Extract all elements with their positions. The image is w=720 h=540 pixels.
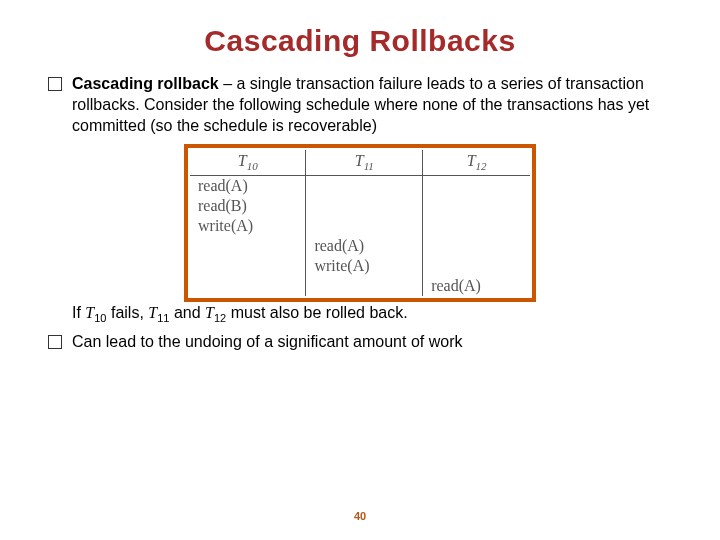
bullet-1-text: Cascading rollback – a single transactio… [72, 74, 680, 136]
table-row: write(A) [190, 256, 530, 276]
col-header-t12: T12 [423, 150, 530, 175]
page-number: 40 [0, 510, 720, 522]
cell [306, 276, 423, 296]
table-row: read(A) [190, 236, 530, 256]
table-row: read(A) [190, 276, 530, 296]
table-row: read(B) [190, 196, 530, 216]
cell [423, 196, 530, 216]
page-title: Cascading Rollbacks [40, 24, 680, 58]
followup-line: If T10 fails, T11 and T12 must also be r… [72, 304, 680, 324]
bullet-item-2: Can lead to the undoing of a significant… [48, 332, 680, 353]
cell [423, 256, 530, 276]
table-row: read(A) [190, 175, 530, 196]
slide: Cascading Rollbacks Cascading rollback –… [0, 0, 720, 540]
cell [306, 175, 423, 196]
bullet-2-text: Can lead to the undoing of a significant… [72, 332, 680, 353]
cell [190, 256, 306, 276]
cell: write(A) [306, 256, 423, 276]
cell [423, 216, 530, 236]
table-row: write(A) [190, 216, 530, 236]
cell: read(A) [306, 236, 423, 256]
table-header-row: T10 T11 T12 [190, 150, 530, 175]
cell [423, 175, 530, 196]
cell: write(A) [190, 216, 306, 236]
cell: read(A) [190, 175, 306, 196]
checkbox-icon [48, 77, 62, 91]
schedule-table: T10 T11 T12 read(A) read(B) write(A) rea… [190, 150, 530, 295]
cell: read(A) [423, 276, 530, 296]
cell [306, 216, 423, 236]
cell [423, 236, 530, 256]
cell [190, 236, 306, 256]
cell [190, 276, 306, 296]
bullet-1-bold: Cascading rollback [72, 75, 219, 92]
schedule-table-frame: T10 T11 T12 read(A) read(B) write(A) rea… [184, 144, 536, 301]
cell [306, 196, 423, 216]
bullet-item-1: Cascading rollback – a single transactio… [48, 74, 680, 136]
col-header-t11: T11 [306, 150, 423, 175]
checkbox-icon [48, 335, 62, 349]
cell: read(B) [190, 196, 306, 216]
col-header-t10: T10 [190, 150, 306, 175]
